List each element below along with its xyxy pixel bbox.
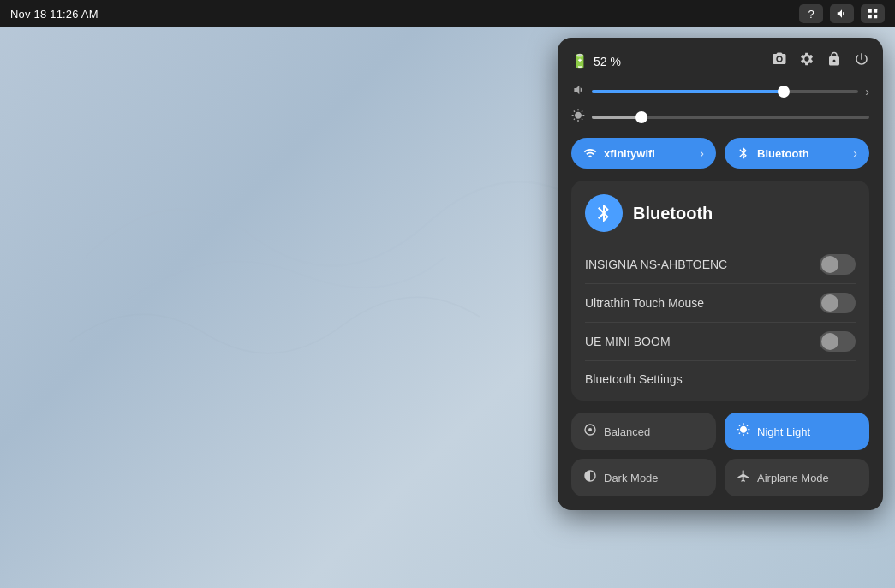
toggle-thumb: [821, 256, 838, 273]
night-light-label: Night Light: [757, 425, 810, 438]
balanced-icon: [583, 423, 597, 440]
brightness-slider-row: [571, 109, 869, 126]
svg-rect-1: [874, 9, 877, 13]
datetime-label: Nov 18 11:26 AM: [10, 8, 98, 21]
bluetooth-panel-title: Bluetooth: [633, 204, 713, 223]
device-name-insignia: INSIGNIA NS-AHBTOENC: [585, 258, 727, 271]
device-toggle-mouse[interactable]: [820, 293, 856, 313]
bluetooth-button[interactable]: Bluetooth ›: [725, 138, 869, 169]
brightness-slider-track[interactable]: [592, 116, 869, 119]
bluetooth-chevron-icon: ›: [853, 146, 857, 160]
bluetooth-device-row-boom: UE MINI BOOM: [585, 323, 856, 361]
device-toggle-insignia[interactable]: [820, 254, 856, 275]
wifi-chevron-icon: ›: [700, 146, 704, 160]
toggle-thumb: [821, 333, 838, 350]
bluetooth-dropdown: Bluetooth INSIGNIA NS-AHBTOENC Ultrathin…: [571, 181, 869, 401]
topbar-icon-group: ?: [799, 4, 885, 23]
svg-rect-2: [868, 15, 872, 18]
balanced-label: Balanced: [604, 425, 650, 438]
volume-slider-track[interactable]: [592, 90, 858, 93]
device-toggle-boom[interactable]: [820, 331, 856, 352]
volume-icon-btn[interactable]: [830, 4, 854, 23]
topbar: Nov 18 11:26 AM ?: [0, 0, 895, 27]
volume-slider-thumb[interactable]: [778, 86, 790, 98]
airplane-mode-label: Airplane Mode: [757, 472, 829, 484]
qs-header-icons: [772, 51, 869, 71]
brightness-slider-thumb[interactable]: [635, 111, 647, 123]
battery-percent-label: 52 %: [594, 55, 621, 68]
device-name-boom: UE MINI BOOM: [585, 335, 671, 348]
volume-low-icon: [571, 83, 585, 100]
airplane-mode-icon: [737, 469, 750, 486]
quick-toggles-row-2: Dark Mode Airplane Mode: [571, 459, 869, 496]
screenshot-icon[interactable]: [772, 51, 787, 71]
bluetooth-device-row-mouse: Ultrathin Touch Mouse: [585, 284, 856, 323]
grid-icon-btn[interactable]: [861, 4, 885, 23]
svg-rect-3: [874, 15, 877, 18]
quick-toggles-row: Balanced Night Light: [571, 413, 869, 450]
bluetooth-large-icon: [585, 194, 623, 232]
qs-header: 🔋 52 %: [571, 51, 869, 71]
bluetooth-name-label: Bluetooth: [757, 147, 809, 160]
settings-icon[interactable]: [799, 51, 814, 71]
wifi-button-inner: xfinitywifi: [583, 146, 655, 160]
dark-mode-icon: [583, 469, 597, 486]
brightness-icon: [571, 109, 585, 126]
brightness-slider-fill: [592, 116, 641, 119]
battery-icon: 🔋: [571, 53, 588, 69]
dark-mode-toggle[interactable]: Dark Mode: [571, 459, 716, 496]
battery-indicator: 🔋 52 %: [571, 53, 621, 69]
question-icon-btn[interactable]: ?: [799, 4, 823, 23]
bluetooth-settings-row[interactable]: Bluetooth Settings: [585, 361, 856, 387]
svg-point-6: [588, 428, 592, 431]
dark-mode-label: Dark Mode: [604, 472, 659, 484]
toggle-thumb: [821, 294, 838, 312]
bluetooth-dropdown-header: Bluetooth: [585, 194, 856, 232]
svg-rect-0: [868, 9, 872, 13]
device-name-mouse: Ultrathin Touch Mouse: [585, 296, 704, 310]
network-row: xfinitywifi › Bluetooth ›: [571, 138, 869, 169]
bluetooth-settings-label: Bluetooth Settings: [585, 372, 683, 386]
lock-icon[interactable]: [826, 51, 842, 71]
svg-point-4: [778, 57, 782, 62]
volume-expand-arrow[interactable]: ›: [865, 85, 869, 98]
volume-slider-row: ›: [571, 83, 869, 100]
power-icon[interactable]: [854, 51, 869, 71]
night-light-icon: [737, 423, 750, 440]
airplane-mode-toggle[interactable]: Airplane Mode: [725, 459, 869, 496]
wifi-button[interactable]: xfinitywifi ›: [571, 138, 716, 169]
quick-settings-panel: 🔋 52 %: [558, 38, 883, 510]
volume-slider-fill: [592, 90, 784, 93]
night-light-toggle[interactable]: Night Light: [725, 413, 869, 450]
balanced-toggle[interactable]: Balanced: [571, 413, 716, 450]
bluetooth-device-row: INSIGNIA NS-AHBTOENC: [585, 246, 856, 284]
bluetooth-button-inner: Bluetooth: [737, 146, 809, 160]
wifi-name-label: xfinitywifi: [604, 147, 655, 160]
